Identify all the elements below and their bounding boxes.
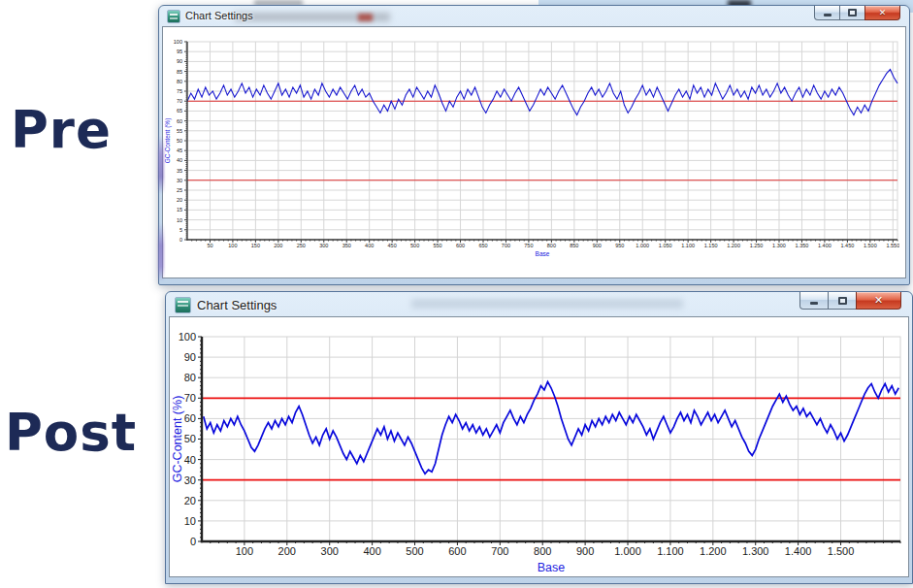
svg-text:50: 50 [184, 433, 196, 444]
post-chart-area: 0102030405060708090100100200300400500600… [169, 316, 909, 577]
svg-text:40: 40 [177, 157, 182, 163]
svg-text:65: 65 [177, 108, 182, 114]
svg-text:20: 20 [184, 495, 196, 506]
minimize-button[interactable] [814, 6, 840, 20]
svg-text:1.000: 1.000 [636, 243, 649, 248]
svg-text:GC-Content (%): GC-Content (%) [171, 396, 184, 483]
maximize-button[interactable] [839, 6, 865, 20]
svg-text:100: 100 [174, 39, 182, 45]
svg-text:30: 30 [177, 178, 182, 183]
post-label: Post [5, 407, 137, 458]
svg-text:1.500: 1.500 [828, 545, 855, 557]
svg-text:GC-Content (%): GC-Content (%) [164, 118, 172, 164]
minimize-button[interactable] [799, 292, 829, 310]
svg-text:20: 20 [177, 197, 182, 203]
svg-text:950: 950 [615, 243, 624, 248]
svg-text:75: 75 [177, 88, 182, 94]
svg-text:45: 45 [177, 147, 182, 153]
maximize-icon [848, 9, 857, 16]
svg-text:1.450: 1.450 [840, 243, 854, 248]
svg-text:Base: Base [538, 561, 566, 574]
svg-text:1.400: 1.400 [818, 243, 831, 248]
svg-text:150: 150 [251, 243, 260, 248]
svg-text:600: 600 [456, 243, 465, 248]
svg-text:1.300: 1.300 [772, 243, 786, 248]
svg-text:1.200: 1.200 [727, 243, 740, 248]
svg-text:850: 850 [570, 243, 578, 248]
svg-text:700: 700 [491, 545, 508, 557]
pre-chart-canvas: 0510152025303540455055606570758085909510… [163, 27, 899, 278]
svg-text:450: 450 [388, 243, 397, 248]
svg-text:600: 600 [448, 545, 466, 557]
svg-text:100: 100 [236, 545, 253, 557]
svg-text:350: 350 [342, 243, 351, 248]
pre-label: Pre [11, 104, 112, 155]
post-window: Chart Settings ✕ 01020304050607080901001… [165, 291, 913, 584]
svg-text:400: 400 [363, 545, 380, 557]
close-button[interactable]: ✕ [856, 292, 901, 310]
svg-text:90: 90 [177, 58, 182, 64]
post-titlebar[interactable]: Chart Settings ✕ [169, 292, 909, 316]
svg-text:800: 800 [534, 545, 551, 557]
svg-text:1.150: 1.150 [704, 243, 718, 248]
svg-text:70: 70 [184, 392, 196, 404]
window-title: Chart Settings [185, 10, 253, 21]
svg-text:0: 0 [190, 536, 196, 547]
pre-chart-area: 0510152025303540455055606570758085909510… [162, 26, 906, 278]
svg-text:300: 300 [321, 545, 339, 557]
svg-text:1.100: 1.100 [681, 243, 695, 248]
svg-text:100: 100 [228, 243, 237, 248]
svg-text:400: 400 [365, 243, 374, 248]
svg-text:40: 40 [184, 454, 196, 466]
svg-text:1.500: 1.500 [864, 243, 877, 248]
background-artifact [411, 299, 683, 309]
svg-text:50: 50 [207, 243, 212, 248]
close-button[interactable]: ✕ [864, 6, 900, 20]
svg-text:50: 50 [177, 138, 182, 144]
close-icon: ✕ [879, 9, 887, 17]
svg-text:200: 200 [278, 545, 296, 557]
svg-text:650: 650 [478, 243, 487, 248]
svg-text:55: 55 [177, 128, 182, 134]
minimize-icon [824, 14, 831, 16]
pre-window: Chart Settings ✕ 05101520253035404550556… [158, 5, 910, 285]
svg-text:60: 60 [177, 118, 182, 124]
svg-text:1.250: 1.250 [750, 243, 764, 248]
svg-text:10: 10 [177, 217, 182, 223]
app-icon [175, 297, 191, 313]
maximize-button[interactable] [828, 292, 857, 310]
svg-text:60: 60 [184, 412, 196, 424]
svg-text:800: 800 [547, 243, 556, 248]
svg-text:0: 0 [179, 237, 182, 243]
svg-text:Base: Base [536, 250, 550, 257]
svg-text:900: 900 [593, 243, 602, 248]
svg-text:35: 35 [177, 168, 182, 174]
svg-text:80: 80 [177, 79, 182, 84]
svg-text:90: 90 [184, 351, 196, 363]
svg-text:25: 25 [177, 187, 182, 193]
svg-text:300: 300 [319, 243, 328, 248]
svg-text:30: 30 [184, 474, 196, 486]
svg-text:70: 70 [177, 98, 182, 104]
svg-text:1.200: 1.200 [700, 545, 727, 557]
svg-text:5: 5 [179, 227, 182, 233]
svg-text:250: 250 [297, 243, 306, 248]
app-icon [167, 10, 180, 23]
minimize-icon [810, 302, 818, 305]
svg-text:15: 15 [177, 207, 182, 212]
svg-text:85: 85 [177, 69, 182, 75]
svg-text:1.050: 1.050 [659, 243, 672, 248]
svg-text:1.400: 1.400 [785, 545, 812, 557]
svg-text:750: 750 [524, 243, 533, 248]
svg-text:1.100: 1.100 [657, 545, 684, 557]
background-artifact [235, 13, 390, 21]
svg-text:100: 100 [179, 331, 196, 343]
svg-text:80: 80 [184, 372, 196, 383]
window-controls: ✕ [800, 292, 901, 310]
svg-text:900: 900 [576, 545, 594, 557]
svg-text:700: 700 [502, 243, 510, 248]
pre-titlebar[interactable]: Chart Settings ✕ [162, 6, 906, 26]
window-controls: ✕ [815, 6, 900, 20]
svg-text:500: 500 [410, 243, 419, 248]
svg-text:95: 95 [177, 49, 182, 54]
